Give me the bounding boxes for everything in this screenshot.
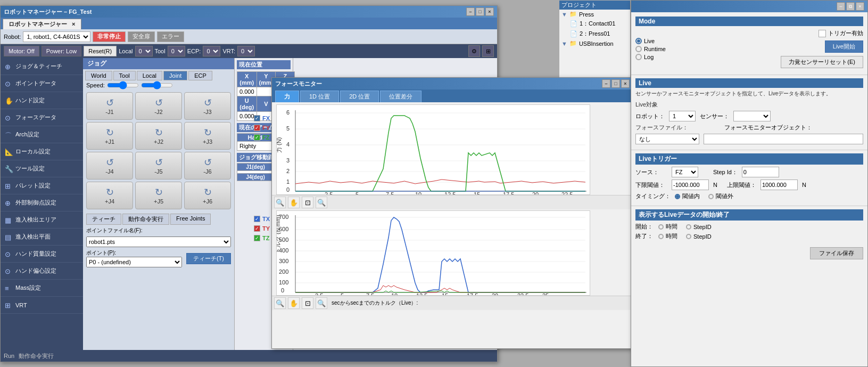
end-time-radio[interactable]: 時間	[658, 232, 677, 240]
zoom-in-btn[interactable]: 🔍	[274, 197, 286, 208]
sidebar-item-mass[interactable]: ≡ Mass設定	[1, 280, 83, 297]
sidebar-item-arch[interactable]: ⌒ Arch設定	[1, 126, 83, 143]
sidebar-item-vrt[interactable]: ⊞ VRT	[1, 297, 83, 314]
zoom-rect-btn[interactable]: ⊡	[302, 197, 313, 208]
start-time-radio[interactable]: 時間	[658, 223, 677, 231]
local-select[interactable]: 0	[135, 46, 153, 56]
tree-item-usb[interactable]: ▼ 📁 USBInsertion	[559, 39, 630, 48]
tab-tool[interactable]: Tool	[113, 71, 136, 80]
lower-limit-input[interactable]	[672, 180, 709, 190]
sidebar-item-local[interactable]: 📐 ローカル設定	[1, 143, 83, 160]
tab-free-joints[interactable]: Free Joints	[170, 214, 211, 225]
sidebar-item-hand[interactable]: ✋ ハンド設定	[1, 92, 83, 109]
sidebar-item-external[interactable]: ⊕ 外部制御点設定	[1, 194, 83, 211]
pan-btn2[interactable]: ✋	[288, 297, 300, 309]
fy-checkbox[interactable]: ✓ FY	[254, 125, 270, 131]
rp-restore-btn[interactable]: ⧉	[846, 2, 855, 11]
tab-world[interactable]: World	[85, 71, 112, 80]
sensor-select[interactable]	[733, 111, 771, 121]
robot-num-select[interactable]: 1	[669, 111, 696, 121]
jog-btn-pos-j2[interactable]: ↻ +J2	[135, 122, 182, 150]
sidebar-item-entry-plane[interactable]: ▤ 進入検出平面	[1, 229, 83, 246]
timing-within-radio[interactable]: 閾値内	[675, 192, 700, 200]
point-select[interactable]: P0 - (undefined)	[86, 257, 182, 267]
tree-item-press[interactable]: ▼ 📁 Press	[559, 10, 630, 19]
tab-pos-diff[interactable]: 位置差分	[380, 91, 421, 102]
file-select[interactable]: robot1.pts	[86, 236, 231, 247]
ty-checkbox[interactable]: ✓ TY	[254, 225, 270, 232]
minimize-btn[interactable]: –	[466, 7, 475, 16]
sidebar-item-pallet[interactable]: ⊞ パレット設定	[1, 177, 83, 194]
sidebar-item-jog[interactable]: ⊕ ジョグ＆ティーチ	[1, 58, 83, 75]
tab-motion[interactable]: 動作命令実行	[122, 214, 169, 225]
pan-btn[interactable]: ✋	[288, 197, 300, 208]
tz-checkbox[interactable]: ✓ TZ	[254, 235, 270, 241]
force-maximize-btn[interactable]: □	[611, 79, 620, 88]
tool-select[interactable]: 0	[168, 46, 185, 56]
tab-robot-manager[interactable]: ロボットマネージャー ×	[3, 19, 81, 29]
jog-btn-neg-j6[interactable]: ↺ -J6	[184, 152, 231, 180]
save-file-button[interactable]: ファイル保存	[810, 247, 863, 259]
tab-ecp[interactable]: ECP	[188, 71, 212, 80]
speed-slider[interactable]	[107, 81, 139, 89]
rp-minimize-btn[interactable]: –	[837, 2, 845, 11]
maximize-btn[interactable]: □	[476, 7, 484, 16]
tab-force[interactable]: 力	[275, 91, 299, 102]
start-stepid-radio[interactable]: StepID	[686, 224, 712, 230]
zoom-in-btn2[interactable]: 🔍	[274, 297, 286, 309]
tab-close-icon[interactable]: ×	[72, 21, 75, 27]
jog-btn-pos-j3[interactable]: ↻ +J3	[184, 122, 231, 150]
end-stepid-radio[interactable]: StepID	[686, 233, 712, 240]
zoom-rect-btn2[interactable]: ⊡	[302, 297, 313, 309]
tab-2d-pos[interactable]: 2D 位置	[340, 91, 379, 102]
jog-btn-pos-j4[interactable]: ↻ +J4	[86, 182, 133, 209]
jog-btn-pos-j1[interactable]: ↻ +J1	[86, 122, 133, 150]
jog-btn-neg-j1[interactable]: ↺ -J1	[86, 92, 133, 120]
zoom-out-btn2[interactable]: 🔍	[316, 297, 327, 309]
teach-button[interactable]: ティーチ(T)	[186, 253, 231, 264]
force-obj-input[interactable]	[704, 134, 863, 144]
safety-button[interactable]: 安全扉	[128, 31, 155, 42]
jog-btn-neg-j2[interactable]: ↺ -J2	[135, 92, 182, 120]
estop-button[interactable]: 非常停止	[93, 31, 126, 42]
upper-limit-input[interactable]	[760, 180, 798, 190]
tx-checkbox[interactable]: ✓ TX	[254, 216, 270, 222]
speed-slider2[interactable]	[141, 81, 173, 89]
radio-live[interactable]: Live	[635, 38, 666, 44]
jog-btn-neg-j4[interactable]: ↺ -J4	[86, 152, 133, 180]
step-id-input[interactable]	[742, 167, 779, 177]
force-file-select[interactable]: なし	[635, 134, 699, 144]
tab-1d-pos[interactable]: 1D 位置	[300, 91, 339, 102]
force-reset-button[interactable]: 力覚センサーリセット(E)	[781, 56, 863, 68]
tab-teach[interactable]: ティーチ	[86, 214, 121, 225]
force-close-btn[interactable]: ×	[621, 79, 630, 88]
tree-item-press01[interactable]: 📄 2：Press01	[559, 29, 630, 39]
tree-item-contact01[interactable]: 📄 1：Contact01	[559, 19, 630, 29]
sidebar-item-hand-ecc[interactable]: ⊙ ハンド偏心設定	[1, 263, 83, 280]
jog-btn-neg-j5[interactable]: ↺ -J5	[135, 152, 182, 180]
timing-outside-radio[interactable]: 閾値外	[708, 192, 733, 200]
sidebar-item-hand-mass[interactable]: ⊙ ハンド質量設定	[1, 246, 83, 263]
sidebar-item-points[interactable]: ⊙ ポイントデータ	[1, 75, 83, 92]
grid-icon[interactable]: ⊞	[482, 45, 494, 57]
rp-close-btn[interactable]: ×	[856, 2, 864, 11]
jog-btn-pos-j5[interactable]: ↻ +J5	[135, 182, 182, 209]
reset-button[interactable]: Reset(R)	[84, 46, 117, 56]
vrt-select[interactable]: 0	[237, 46, 255, 56]
sidebar-item-force[interactable]: ⊙ フォースデータ	[1, 109, 83, 126]
source-select[interactable]: FZ	[672, 167, 698, 177]
fz-checkbox[interactable]: ✓ FZ	[254, 134, 270, 141]
zoom-out-btn[interactable]: 🔍	[316, 197, 327, 208]
live-start-button[interactable]: Live開始	[825, 40, 863, 53]
tab-joint[interactable]: Joint	[163, 71, 187, 80]
radio-log[interactable]: Log	[635, 54, 666, 60]
error-button[interactable]: エラー	[157, 31, 184, 42]
ecp-select[interactable]: 0	[203, 46, 220, 56]
jog-btn-pos-j6[interactable]: ↻ +J6	[184, 182, 231, 209]
tab-local[interactable]: Local	[137, 71, 162, 80]
close-btn[interactable]: ×	[485, 7, 494, 16]
radio-runtime[interactable]: Runtime	[635, 46, 666, 52]
sidebar-item-tool[interactable]: 🔧 ツール設定	[1, 160, 83, 177]
settings-icon[interactable]: ⚙	[468, 45, 480, 57]
fx-checkbox[interactable]: ✓ FX	[254, 115, 270, 121]
